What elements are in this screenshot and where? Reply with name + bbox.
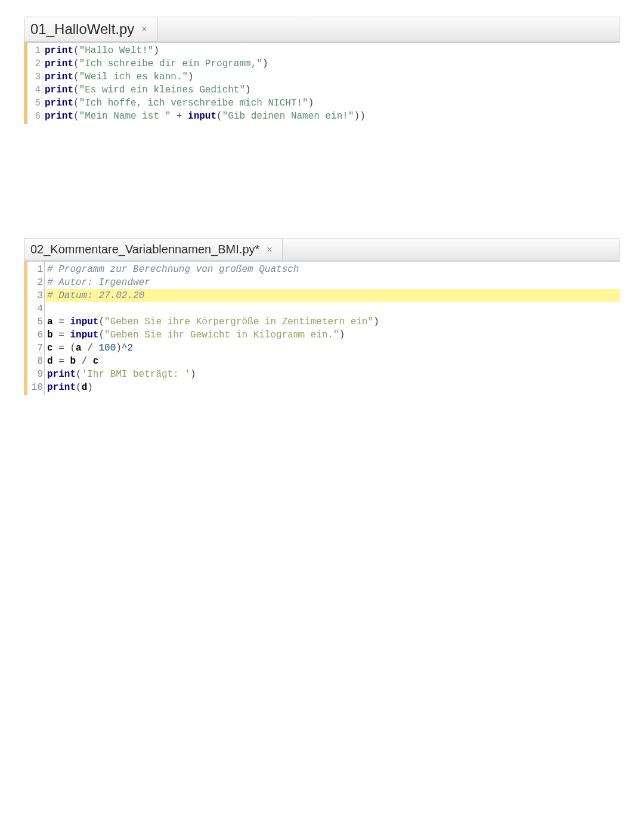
tab-bar: 01_HalloWelt.py × xyxy=(24,17,620,41)
code-token: "Es wird ein kleines Gedicht" xyxy=(79,85,245,95)
code-token: print xyxy=(45,111,73,122)
code-token: a xyxy=(47,317,53,327)
tab-bar-rest xyxy=(157,17,620,41)
line-number: 4 xyxy=(27,83,41,97)
editor-pane-1: 01_HalloWelt.py × 123456 print("Hallo We… xyxy=(24,17,620,213)
code-token: ) xyxy=(339,330,345,340)
code-token: = xyxy=(53,317,70,327)
code-token: "Gib deinen Namen ein!" xyxy=(222,111,354,122)
code-token: = ( xyxy=(53,343,76,354)
code-line[interactable]: d = b / c xyxy=(46,355,620,368)
file-tab-2[interactable]: 02_Kommentare_Variablennamen_BMI.py* × xyxy=(24,238,283,260)
code-token: print xyxy=(45,58,73,69)
code-line[interactable]: print("Ich schreibe dir ein Programm,") xyxy=(44,57,620,70)
code-token: input xyxy=(70,317,98,327)
code-token: = xyxy=(53,330,70,340)
code-token: ) xyxy=(245,85,251,95)
code-token: ( xyxy=(73,98,79,108)
code-token: 'Ihr BMI beträgt: ' xyxy=(82,369,190,380)
line-number-gutter: 12345678910 xyxy=(27,262,44,395)
code-token: "Mein Name ist " xyxy=(79,111,171,122)
code-token: ( xyxy=(73,58,79,69)
file-tab-title: 02_Kommentare_Variablennamen_BMI.py* xyxy=(30,243,259,256)
code-token: print xyxy=(45,45,73,56)
line-number: 4 xyxy=(27,302,43,315)
code-token: / xyxy=(76,356,93,367)
code-line[interactable]: print('Ihr BMI beträgt: ') xyxy=(46,368,620,381)
code-token: ( xyxy=(73,111,79,122)
code-token: ) xyxy=(188,72,194,82)
tab-bar: 02_Kommentare_Variablennamen_BMI.py* × xyxy=(24,238,620,260)
code-area[interactable]: # Programm zur Berechnung von großem Qua… xyxy=(45,262,620,395)
editor-pane-2: 02_Kommentare_Variablennamen_BMI.py* × 1… xyxy=(24,238,620,395)
code-line[interactable]: print(d) xyxy=(46,381,620,394)
code-line[interactable]: # Autor: Irgendwer xyxy=(46,276,620,289)
code-line[interactable]: c = (a / 100)^2 xyxy=(46,342,620,355)
code-line[interactable]: print("Weil ich es kann.") xyxy=(44,70,620,83)
code-area[interactable]: print("Hallo Welt!")print("Ich schreibe … xyxy=(42,43,620,124)
code-line[interactable]: # Programm zur Berechnung von großem Qua… xyxy=(46,263,620,276)
code-token: 2 xyxy=(127,343,133,354)
code-token: "Ich hoffe, ich verschreibe mich NICHT!" xyxy=(79,98,308,108)
code-line[interactable] xyxy=(46,302,620,315)
code-token: d xyxy=(82,382,88,393)
code-token: ( xyxy=(76,382,82,393)
code-token: ( xyxy=(98,330,104,340)
code-token: )^ xyxy=(116,343,127,354)
code-editor-1[interactable]: 123456 print("Hallo Welt!")print("Ich sc… xyxy=(24,42,620,124)
line-number: 2 xyxy=(27,276,43,289)
code-token: ) xyxy=(262,58,268,69)
code-line[interactable]: print("Es wird ein kleines Gedicht") xyxy=(44,83,620,97)
code-token: / xyxy=(82,343,99,354)
blank-area xyxy=(24,124,620,213)
code-token: ) xyxy=(360,111,366,122)
code-token: c xyxy=(93,356,99,367)
code-token: d xyxy=(47,356,53,367)
code-token: input xyxy=(188,111,216,122)
code-token: ) xyxy=(308,98,314,108)
code-token: ) xyxy=(373,317,379,327)
file-tab-1[interactable]: 01_HalloWelt.py × xyxy=(24,17,157,41)
code-token: ( xyxy=(73,72,79,82)
code-token: c xyxy=(47,343,53,354)
code-token: ( xyxy=(216,111,222,122)
code-token: b xyxy=(70,356,76,367)
code-token: ( xyxy=(76,369,82,380)
close-icon[interactable]: × xyxy=(264,244,274,255)
line-number: 7 xyxy=(27,342,43,355)
code-token: "Geben Sie ihr Gewicht in Kilogramm ein.… xyxy=(104,330,339,340)
code-line[interactable]: print("Hallo Welt!") xyxy=(44,44,620,57)
code-token: ( xyxy=(73,45,79,56)
code-token: b xyxy=(47,330,53,340)
line-number: 1 xyxy=(27,263,43,276)
line-number: 10 xyxy=(27,381,43,394)
code-token: ) xyxy=(87,382,93,393)
code-token: "Hallo Welt!" xyxy=(79,45,154,56)
code-token: ) xyxy=(153,45,159,56)
code-token: + xyxy=(171,111,188,122)
code-line[interactable]: a = input("Geben Sie ihre Körpergröße in… xyxy=(46,315,620,328)
code-line[interactable]: print("Ich hoffe, ich verschreibe mich N… xyxy=(44,97,620,110)
line-number: 9 xyxy=(27,368,43,381)
code-token: ) xyxy=(354,111,360,122)
line-number: 8 xyxy=(27,355,43,368)
code-token: print xyxy=(45,72,73,82)
code-token: ( xyxy=(73,85,79,95)
code-token: a xyxy=(76,343,82,354)
line-number: 6 xyxy=(27,328,43,342)
code-editor-2[interactable]: 12345678910 # Programm zur Berechnung vo… xyxy=(24,261,620,395)
line-number-gutter: 123456 xyxy=(27,43,42,124)
line-number: 5 xyxy=(27,97,41,110)
code-token: 100 xyxy=(98,343,116,354)
line-number: 6 xyxy=(27,110,41,123)
line-number: 1 xyxy=(27,44,41,57)
code-token: ( xyxy=(98,317,104,327)
code-line[interactable]: print("Mein Name ist " + input("Gib dein… xyxy=(44,110,620,123)
code-token: = xyxy=(53,356,70,367)
line-number: 2 xyxy=(27,57,41,70)
code-line[interactable]: b = input("Geben Sie ihr Gewicht in Kilo… xyxy=(46,328,620,342)
line-number: 5 xyxy=(27,315,43,328)
code-token: # Programm zur Berechnung von großem Qua… xyxy=(47,264,299,275)
close-icon[interactable]: × xyxy=(139,24,149,35)
code-line[interactable]: # Datum: 27.02.20 xyxy=(46,289,620,302)
